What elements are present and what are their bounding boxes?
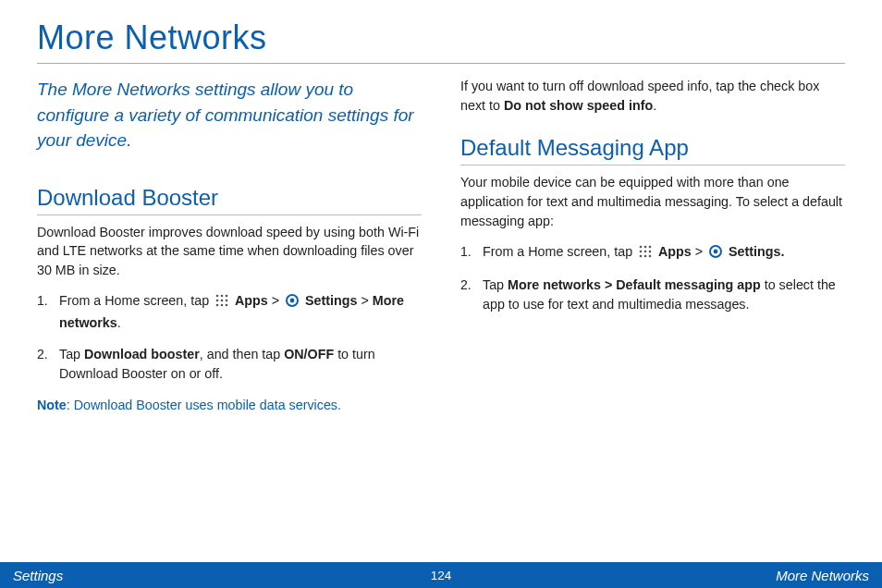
default-messaging-heading: Default Messaging App (460, 135, 845, 165)
svg-point-19 (649, 254, 652, 257)
content-columns: The More Networks settings allow you to … (37, 77, 845, 414)
svg-point-18 (644, 254, 647, 257)
page-title: More Networks (37, 18, 845, 64)
text: Tap (483, 277, 508, 292)
text: , and then tap (200, 347, 284, 361)
default-messaging-desc: Your mobile device can be equipped with … (460, 173, 845, 230)
apps-icon (214, 293, 229, 313)
svg-point-6 (216, 303, 219, 306)
default-messaging-steps: From a Home screen, tap Apps > Settings.… (460, 242, 845, 315)
svg-point-21 (714, 249, 718, 253)
svg-point-16 (649, 250, 652, 252)
left-column: The More Networks settings allow you to … (37, 77, 422, 414)
note-text: : Download Booster uses mobile data serv… (67, 398, 341, 412)
svg-point-11 (640, 245, 643, 248)
db-step-2: Tap Download booster, and then tap ON/OF… (37, 345, 422, 385)
download-booster-heading: Download Booster (37, 185, 422, 215)
settings-icon (708, 244, 723, 264)
dm-step-1: From a Home screen, tap Apps > Settings. (460, 242, 845, 264)
text: . (653, 98, 656, 113)
text: > (357, 293, 372, 308)
settings-label: Settings (305, 293, 357, 308)
svg-point-4 (221, 299, 224, 301)
onoff-label: ON/OFF (284, 347, 334, 361)
footer-left: Settings (13, 568, 63, 583)
intro-text: The More Networks settings allow you to … (37, 77, 422, 153)
page-number: 124 (431, 569, 452, 582)
svg-point-0 (216, 294, 219, 297)
speed-info-paragraph: If you want to turn off download speed i… (460, 77, 845, 115)
text: > (268, 293, 283, 308)
dm-step-2: Tap More networks > Default messaging ap… (460, 276, 845, 315)
note-label: Note (37, 398, 67, 412)
svg-point-3 (216, 299, 219, 301)
download-booster-desc: Download Booster improves download speed… (37, 223, 422, 280)
text: From a Home screen, tap (59, 293, 213, 308)
svg-point-14 (640, 250, 643, 252)
settings-icon (285, 293, 300, 313)
note: Note: Download Booster uses mobile data … (37, 396, 422, 415)
svg-point-2 (226, 294, 228, 297)
download-booster-label: Download booster (84, 347, 200, 361)
text: From a Home screen, tap (483, 244, 636, 259)
svg-point-7 (221, 303, 224, 306)
right-column: If you want to turn off download speed i… (460, 77, 845, 414)
svg-point-5 (226, 299, 228, 301)
apps-icon (638, 244, 653, 264)
page-footer: Settings 124 More Networks (0, 562, 882, 588)
svg-point-17 (640, 254, 643, 257)
text: . (117, 315, 121, 330)
svg-point-10 (290, 298, 295, 302)
svg-point-13 (649, 245, 652, 248)
db-step-1: From a Home screen, tap Apps > Settings … (37, 291, 422, 334)
svg-point-1 (221, 294, 224, 297)
svg-point-15 (644, 250, 647, 252)
text: Tap (59, 347, 84, 361)
more-networks-path-label: More networks > Default messaging app (508, 277, 761, 292)
download-booster-steps: From a Home screen, tap Apps > Settings … (37, 291, 422, 385)
text: > (692, 244, 706, 259)
footer-right: More Networks (776, 568, 869, 583)
apps-label: Apps (658, 244, 692, 259)
svg-point-8 (226, 303, 228, 306)
svg-point-12 (644, 245, 647, 248)
do-not-show-label: Do not show speed info (504, 98, 653, 113)
settings-label: Settings. (729, 244, 784, 259)
apps-label: Apps (235, 293, 268, 308)
